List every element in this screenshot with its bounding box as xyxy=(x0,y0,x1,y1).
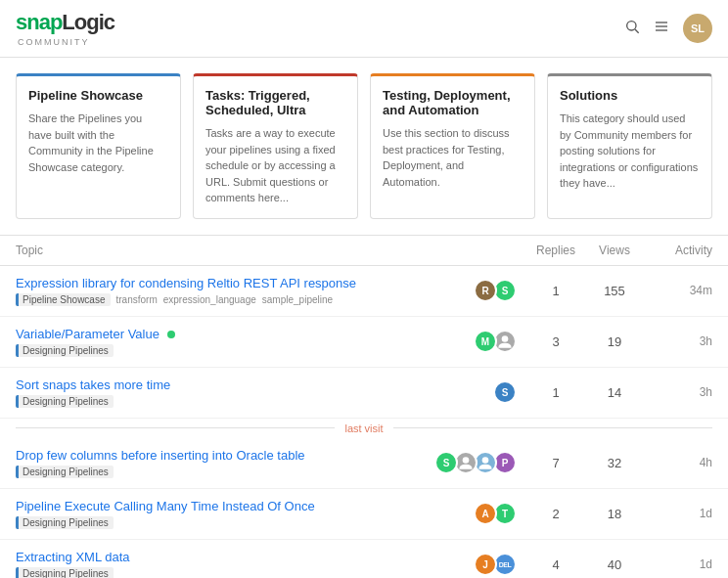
divider-line-left xyxy=(16,427,335,428)
topic-table: Topic Replies Views Activity Expression … xyxy=(0,236,728,579)
activity-time: 3h xyxy=(644,385,712,399)
table-row[interactable]: Sort snaps takes more time Designing Pip… xyxy=(0,368,728,419)
logo: snapLogic COMMUNITY xyxy=(16,10,114,47)
svg-line-1 xyxy=(635,29,639,33)
card-tasks-desc: Tasks are a way to execute your pipeline… xyxy=(205,125,345,206)
card-pipeline-showcase[interactable]: Pipeline Showcase Share the Pipelines yo… xyxy=(16,73,181,219)
card-testing[interactable]: Testing, Deployment, and Automation Use … xyxy=(370,73,535,219)
topic-info: Sort snaps takes more time Designing Pip… xyxy=(16,378,493,408)
topic-meta: Pipeline Showcase transform expression_l… xyxy=(16,293,474,306)
card-tasks-title: Tasks: Triggered, Scheduled, Ultra xyxy=(205,88,345,117)
divider-line-right xyxy=(393,427,712,428)
table-row[interactable]: Variable/Parameter Value Designing Pipel… xyxy=(0,317,728,368)
avatar: S xyxy=(493,380,517,404)
topic-title[interactable]: Variable/Parameter Value xyxy=(16,327,474,341)
activity-time: 1d xyxy=(644,507,712,520)
avatar: J xyxy=(474,553,497,576)
views-count: 14 xyxy=(585,385,644,400)
card-solutions[interactable]: Solutions This category should used by C… xyxy=(547,73,712,219)
table-row[interactable]: Extracting XML data Designing Pipelines … xyxy=(0,540,728,579)
activity-time: 4h xyxy=(644,456,712,469)
topic-info: Variable/Parameter Value Designing Pipel… xyxy=(16,327,474,357)
svg-point-6 xyxy=(463,457,470,464)
avatar: M xyxy=(474,330,497,353)
topic-avatars: R S xyxy=(474,279,517,302)
card-pipeline-title: Pipeline Showcase xyxy=(28,88,168,103)
activity-time: 1d xyxy=(644,557,712,571)
card-tasks[interactable]: Tasks: Triggered, Scheduled, Ultra Tasks… xyxy=(193,73,358,219)
topic-info: Extracting XML data Designing Pipelines xyxy=(16,550,474,579)
card-solutions-title: Solutions xyxy=(560,88,700,103)
svg-point-5 xyxy=(502,335,509,342)
topic-meta: Designing Pipelines xyxy=(16,567,474,579)
online-dot xyxy=(167,331,175,338)
avatar[interactable]: SL xyxy=(683,14,712,43)
svg-point-0 xyxy=(627,22,636,30)
topic-info: Expression library for condensing Reltio… xyxy=(16,276,474,306)
views-count: 40 xyxy=(585,557,644,572)
table-row[interactable]: Drop few columns before inserting into O… xyxy=(0,438,728,489)
views-count: 32 xyxy=(585,456,644,470)
topic-meta: Designing Pipelines xyxy=(16,466,434,478)
replies-count: 7 xyxy=(526,456,585,470)
last-visit-label: last visit xyxy=(335,422,392,434)
card-testing-title: Testing, Deployment, and Automation xyxy=(383,88,523,117)
topic-meta: Designing Pipelines xyxy=(16,344,474,357)
category-tag[interactable]: Designing Pipelines xyxy=(16,395,114,408)
table-row[interactable]: Pipeline Execute Calling Many Time Inste… xyxy=(0,489,728,540)
logo-snap: snap xyxy=(16,10,62,35)
topic-avatars: S xyxy=(493,380,517,404)
tag-label: expression_language xyxy=(163,294,256,305)
card-solutions-desc: This category should used by Community m… xyxy=(560,111,700,192)
header: snapLogic COMMUNITY SL xyxy=(0,0,728,58)
category-tag[interactable]: Pipeline Showcase xyxy=(16,293,111,306)
last-visit-divider: last visit xyxy=(0,419,728,438)
tag-label: transform xyxy=(116,294,158,305)
col-activity-header: Activity xyxy=(644,244,712,257)
category-tag[interactable]: Designing Pipelines xyxy=(16,567,114,579)
categories-section: Pipeline Showcase Share the Pipelines yo… xyxy=(0,58,728,236)
col-views-header: Views xyxy=(585,244,644,257)
category-tag[interactable]: Designing Pipelines xyxy=(16,466,114,478)
avatar: S xyxy=(434,451,458,474)
card-testing-desc: Use this section to discuss best practic… xyxy=(383,125,523,190)
replies-count: 1 xyxy=(526,284,585,298)
tag-label: sample_pipeline xyxy=(262,294,333,305)
topic-avatars: A T xyxy=(474,502,517,525)
avatar: A xyxy=(474,502,497,525)
category-tag[interactable]: Designing Pipelines xyxy=(16,516,114,529)
search-icon[interactable] xyxy=(624,19,640,38)
replies-count: 2 xyxy=(526,507,585,521)
topic-title[interactable]: Pipeline Execute Calling Many Time Inste… xyxy=(16,499,474,513)
topic-title[interactable]: Expression library for condensing Reltio… xyxy=(16,276,474,290)
logo-logic: Logic xyxy=(62,10,114,35)
topic-title[interactable]: Extracting XML data xyxy=(16,550,474,564)
topic-meta: Designing Pipelines xyxy=(16,516,474,529)
topic-meta: Designing Pipelines xyxy=(16,395,493,408)
topic-avatars: J DEL xyxy=(474,553,517,576)
avatar: R xyxy=(474,279,497,302)
table-header-row: Topic Replies Views Activity xyxy=(0,236,728,266)
header-actions: SL xyxy=(624,14,712,43)
activity-time: 34m xyxy=(644,284,712,297)
menu-icon[interactable] xyxy=(654,19,669,38)
activity-time: 3h xyxy=(644,334,712,348)
topic-avatars: S P xyxy=(434,451,517,474)
col-topic-header: Topic xyxy=(16,244,526,257)
card-pipeline-desc: Share the Pipelines you have built with … xyxy=(28,111,168,175)
category-tag[interactable]: Designing Pipelines xyxy=(16,344,114,357)
replies-count: 4 xyxy=(526,557,585,572)
views-count: 18 xyxy=(585,507,644,521)
views-count: 155 xyxy=(585,284,644,298)
avatar-initials: SL xyxy=(691,22,705,34)
replies-count: 1 xyxy=(526,385,585,400)
replies-count: 3 xyxy=(526,334,585,349)
table-row[interactable]: Expression library for condensing Reltio… xyxy=(0,266,728,317)
topic-info: Pipeline Execute Calling Many Time Inste… xyxy=(16,499,474,529)
col-replies-header: Replies xyxy=(526,244,585,257)
logo-community: COMMUNITY xyxy=(18,37,114,47)
topic-title[interactable]: Drop few columns before inserting into O… xyxy=(16,448,434,463)
topic-title[interactable]: Sort snaps takes more time xyxy=(16,378,493,392)
topic-info: Drop few columns before inserting into O… xyxy=(16,448,434,478)
topic-avatars: M xyxy=(474,330,517,353)
